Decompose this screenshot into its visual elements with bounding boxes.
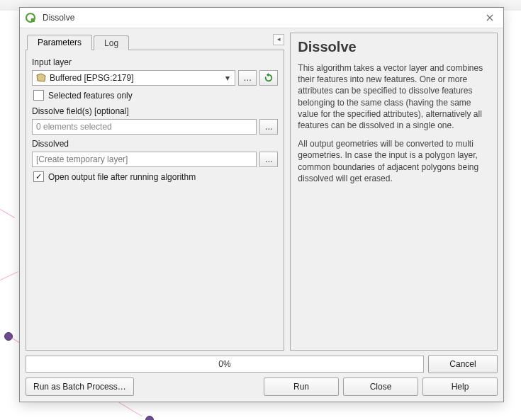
open-output-label: Open output file after running algorithm [48,172,196,182]
dialog-content: Parameters Log ◂ Input layer B [20,28,503,402]
open-output-checkbox[interactable] [33,171,44,182]
chevron-down-icon: ▾ [222,73,233,83]
selected-features-only-checkbox[interactable] [33,90,44,101]
dissolved-output-text: [Create temporary layer] [36,154,128,164]
left-panel: Parameters Log ◂ Input layer B [26,33,284,351]
svg-marker-3 [267,73,269,76]
dissolved-output-field[interactable]: [Create temporary layer] [32,152,257,167]
progress-bar: 0% [26,356,424,373]
input-layer-combo[interactable]: Buffered [EPSG:2179] ▾ [32,70,235,86]
button-row: Run as Batch Process… Run Close Help [26,378,498,396]
dissolve-fields-text: 0 elements selected [36,122,112,132]
run-as-batch-button[interactable]: Run as Batch Process… [26,378,134,396]
help-panel: Dissolve This algorithm takes a vector l… [290,33,498,351]
dissolve-fields-browse-button[interactable]: ... [259,119,278,135]
help-title: Dissolve [298,39,490,55]
tab-strip: Parameters Log ◂ [26,33,284,50]
iterate-button[interactable] [259,70,278,86]
run-button[interactable]: Run [264,378,339,396]
progress-row: 0% Cancel [26,355,498,373]
dissolve-fields-label: Dissolve field(s) [optional] [32,106,278,116]
open-output-row[interactable]: Open output file after running algorithm [32,170,278,183]
help-paragraph-1: This algorithm takes a vector layer and … [298,62,490,131]
tab-log[interactable]: Log [94,35,129,50]
selected-features-only-label: Selected features only [48,91,133,101]
close-button[interactable]: Close [343,378,418,396]
help-button[interactable]: Help [422,378,498,396]
input-layer-value: Buffered [EPSG:2179] [50,73,222,83]
cancel-button[interactable]: Cancel [428,355,498,373]
titlebar: Dissolve [20,8,503,28]
dissolved-output-browse-button[interactable]: ... [259,152,278,167]
qgis-icon [24,11,37,24]
collapse-help-icon[interactable]: ◂ [273,34,284,45]
bg-line [0,271,18,280]
progress-text: 0% [218,359,230,369]
help-paragraph-2: All output geometries will be converted … [298,138,490,184]
svg-rect-1 [31,18,35,22]
svg-marker-2 [37,74,45,81]
dissolved-output-label: Dissolved [32,139,278,149]
bg-line [0,209,15,218]
polygon-layer-icon [35,73,47,83]
close-icon[interactable] [481,11,499,25]
split-pane: Parameters Log ◂ Input layer B [26,33,498,351]
input-layer-label: Input layer [32,57,278,67]
dissolve-dialog: Dissolve Parameters Log ◂ Input layer [19,7,504,402]
window-title: Dissolve [43,13,481,23]
selected-features-only-row[interactable]: Selected features only [32,89,278,102]
bg-point [145,416,154,420]
tab-parameters[interactable]: Parameters [27,35,92,50]
parameters-body: Input layer Buffered [EPSG:2179] ▾ … [26,50,284,351]
dissolve-fields-value[interactable]: 0 elements selected [32,119,257,135]
input-layer-options-button[interactable]: … [238,70,257,86]
